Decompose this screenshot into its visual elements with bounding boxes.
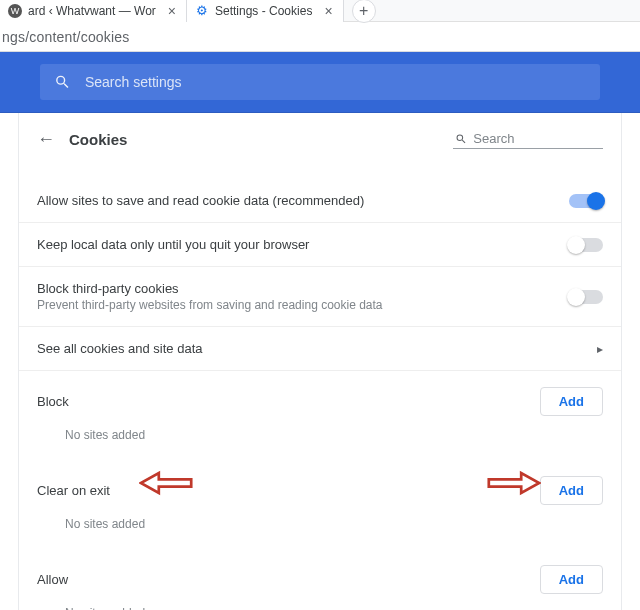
setting-sublabel: Prevent third-party websites from saving… [37,298,383,312]
search-icon [455,132,467,146]
tab-title: ard ‹ Whatvwant — Wor [28,4,156,18]
toggle-block-third-party[interactable] [569,290,603,304]
chevron-right-icon: ▸ [597,342,603,356]
address-bar[interactable]: ngs/content/cookies [0,29,130,45]
new-tab-button[interactable]: + [352,0,376,23]
settings-header-bar [0,52,640,113]
settings-search-input[interactable] [85,74,586,90]
tab-title: Settings - Cookies [215,4,312,18]
browser-tab[interactable]: ⚙ Settings - Cookies × [187,0,344,22]
row-keep-local: Keep local data only until you quit your… [19,223,621,267]
setting-label: See all cookies and site data [37,341,203,356]
back-arrow-icon[interactable]: ← [37,130,69,148]
allow-empty-text: No sites added [19,600,621,610]
section-title: Allow [37,572,68,587]
close-icon[interactable]: × [168,3,176,19]
toggle-keep-local[interactable] [569,238,603,252]
annotation-arrow-right [487,470,541,496]
row-allow-save-cookies: Allow sites to save and read cookie data… [19,179,621,223]
page-search[interactable] [453,129,603,149]
page-search-input[interactable] [473,131,601,146]
address-bar-row: ngs/content/cookies [0,22,640,52]
section-title: Clear on exit [37,483,110,498]
setting-label: Keep local data only until you quit your… [37,237,309,252]
add-block-site-button[interactable]: Add [540,387,603,416]
clear-on-exit-empty-text: No sites added [19,511,621,549]
section-title: Block [37,394,69,409]
add-clear-on-exit-site-button[interactable]: Add [540,476,603,505]
close-icon[interactable]: × [324,3,332,19]
setting-label: Block third-party cookies [37,281,383,296]
block-empty-text: No sites added [19,422,621,460]
add-allow-site-button[interactable]: Add [540,565,603,594]
row-see-all-cookies[interactable]: See all cookies and site data ▸ [19,327,621,371]
favicon-gear-icon: ⚙ [195,4,209,18]
browser-tab-strip: W ard ‹ Whatvwant — Wor × ⚙ Settings - C… [0,0,640,22]
search-icon [54,73,71,91]
toggle-allow-save[interactable] [569,194,603,208]
row-block-third-party: Block third-party cookies Prevent third-… [19,267,621,327]
cookies-panel: ← Cookies Allow sites to save and read c… [18,113,622,610]
section-allow: Allow Add [19,549,621,600]
annotation-arrow-left [139,470,193,496]
setting-label: Allow sites to save and read cookie data… [37,193,364,208]
settings-search[interactable] [40,64,600,100]
favicon-wordpress: W [8,4,22,18]
section-clear-on-exit: Clear on exit Add [19,460,621,511]
section-block: Block Add [19,371,621,422]
browser-tab[interactable]: W ard ‹ Whatvwant — Wor × [0,0,187,22]
page-title: Cookies [69,131,453,148]
